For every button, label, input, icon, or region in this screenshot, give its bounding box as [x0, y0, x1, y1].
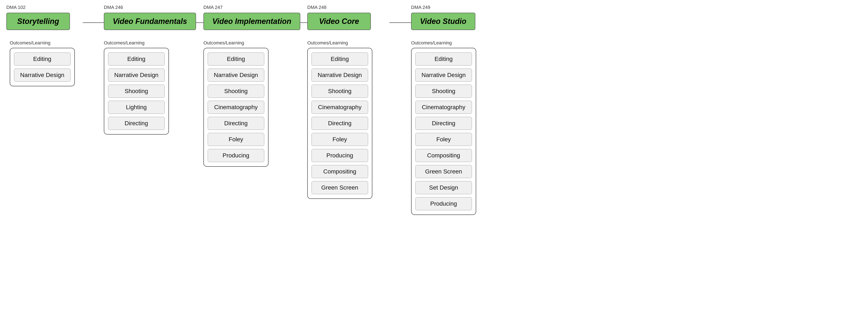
outcome-item[interactable]: Narrative Design	[108, 69, 165, 82]
outcome-item[interactable]: Editing	[415, 53, 472, 66]
outcome-item[interactable]: Directing	[208, 117, 264, 130]
outcome-item[interactable]: Editing	[108, 53, 165, 66]
outcome-item[interactable]: Directing	[108, 117, 165, 130]
course-title-dma246[interactable]: Video Fundamentals	[104, 13, 196, 30]
outcome-item[interactable]: Narrative Design	[14, 69, 70, 82]
course-title-dma247[interactable]: Video Implementation	[204, 13, 300, 30]
outcome-item[interactable]: Directing	[415, 117, 472, 130]
course-code-dma248: DMA 248	[307, 5, 327, 10]
outcomes-list-dma246: Editing Narrative Design Shooting Lighti…	[104, 48, 169, 135]
outcomes-list-dma102: Editing Narrative Design	[10, 48, 75, 86]
outcome-item[interactable]: Editing	[14, 53, 70, 66]
outcomes-list-dma248: Editing Narrative Design Shooting Cinema…	[307, 48, 372, 199]
outcome-item[interactable]: Shooting	[311, 84, 368, 98]
outcomes-dma249: Outcomes/Learning Editing Narrative Desi…	[411, 40, 476, 215]
outcomes-list-dma247: Editing Narrative Design Shooting Cinema…	[204, 48, 269, 167]
outcome-item[interactable]: Narrative Design	[208, 69, 264, 82]
course-code-dma102: DMA 102	[6, 5, 26, 10]
course-node-dma246: DMA 246 Video Fundamentals	[104, 13, 196, 30]
outcome-item[interactable]: Set Design	[415, 181, 472, 194]
course-title-dma249[interactable]: Video Studio	[411, 13, 475, 30]
outcome-item[interactable]: Producing	[415, 197, 472, 210]
course-node-dma247: DMA 247 Video Implementation	[204, 13, 300, 30]
outcome-item[interactable]: Narrative Design	[311, 69, 368, 82]
course-code-dma249: DMA 249	[411, 5, 430, 10]
outcome-item[interactable]: Shooting	[108, 84, 165, 98]
course-node-dma248: DMA 248 Video Core	[307, 13, 371, 30]
outcome-item[interactable]: Producing	[208, 149, 264, 162]
outcome-item[interactable]: Foley	[415, 133, 472, 146]
outcome-item[interactable]: Editing	[311, 53, 368, 66]
outcome-item[interactable]: Narrative Design	[415, 69, 472, 82]
outcome-item[interactable]: Compositing	[415, 149, 472, 162]
outcome-item[interactable]: Directing	[311, 117, 368, 130]
course-code-dma247: DMA 247	[204, 5, 223, 10]
outcomes-label-2: Outcomes/Learning	[104, 40, 169, 46]
outcome-item[interactable]: Cinematography	[311, 101, 368, 114]
outcomes-dma246: Outcomes/Learning Editing Narrative Desi…	[104, 40, 169, 135]
outcomes-label-5: Outcomes/Learning	[411, 40, 476, 46]
outcome-item[interactable]: Shooting	[415, 84, 472, 98]
diagram-container: DMA 102 Storytelling Outcomes/Learning E…	[0, 0, 868, 315]
outcome-item[interactable]: Editing	[208, 53, 264, 66]
outcomes-dma247: Outcomes/Learning Editing Narrative Desi…	[204, 40, 269, 167]
outcome-item[interactable]: Cinematography	[208, 101, 264, 114]
course-node-dma102: DMA 102 Storytelling	[6, 13, 70, 30]
outcomes-dma102: Outcomes/Learning Editing Narrative Desi…	[10, 40, 75, 86]
course-title-dma102[interactable]: Storytelling	[6, 13, 70, 30]
course-node-dma249: DMA 249 Video Studio	[411, 13, 475, 30]
outcome-item[interactable]: Shooting	[208, 84, 264, 98]
outcomes-label-3: Outcomes/Learning	[204, 40, 269, 46]
outcomes-list-dma249: Editing Narrative Design Shooting Cinema…	[411, 48, 476, 215]
outcomes-label-4: Outcomes/Learning	[307, 40, 372, 46]
outcomes-label-1: Outcomes/Learning	[10, 40, 75, 46]
outcome-item[interactable]: Producing	[311, 149, 368, 162]
course-code-dma246: DMA 246	[104, 5, 123, 10]
outcome-item[interactable]: Foley	[208, 133, 264, 146]
outcome-item[interactable]: Compositing	[311, 165, 368, 178]
outcome-item[interactable]: Cinematography	[415, 101, 472, 114]
outcome-item[interactable]: Green Screen	[311, 181, 368, 194]
outcome-item[interactable]: Lighting	[108, 101, 165, 114]
outcomes-dma248: Outcomes/Learning Editing Narrative Desi…	[307, 40, 372, 199]
outcome-item[interactable]: Green Screen	[415, 165, 472, 178]
outcome-item[interactable]: Foley	[311, 133, 368, 146]
course-title-dma248[interactable]: Video Core	[307, 13, 371, 30]
